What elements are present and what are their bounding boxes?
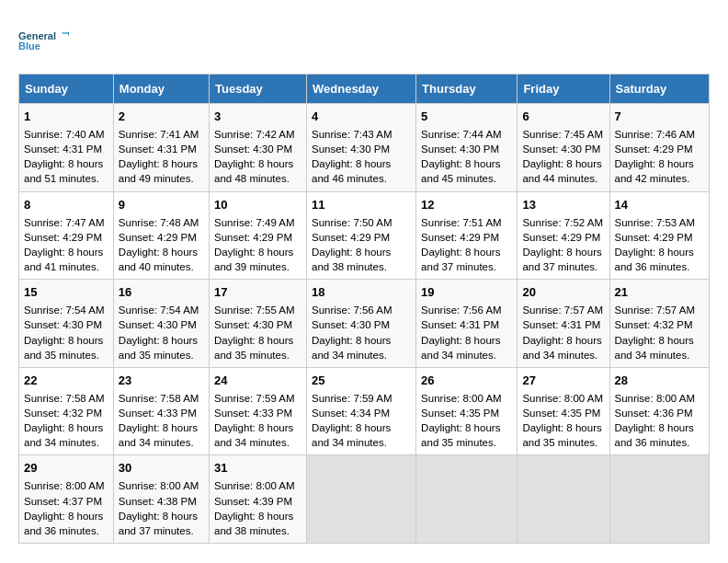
column-header-saturday: Saturday <box>609 75 710 104</box>
calendar-cell: 4 Sunrise: 7:43 AM Sunset: 4:30 PM Dayli… <box>307 104 416 192</box>
daylight: Daylight: 8 hours and 37 minutes. <box>522 247 601 272</box>
sunrise: Sunrise: 7:58 AM <box>119 393 199 404</box>
sunset: Sunset: 4:34 PM <box>312 408 390 419</box>
sunset: Sunset: 4:29 PM <box>312 232 390 243</box>
day-number: 7 <box>615 109 705 125</box>
daylight: Daylight: 8 hours and 45 minutes. <box>421 158 500 184</box>
sunset: Sunset: 4:30 PM <box>312 319 390 330</box>
daylight: Daylight: 8 hours and 40 minutes. <box>119 247 198 272</box>
sunset: Sunset: 4:38 PM <box>119 496 197 507</box>
daylight: Daylight: 8 hours and 44 minutes. <box>522 158 601 184</box>
calendar-cell: 24 Sunrise: 7:59 AM Sunset: 4:33 PM Dayl… <box>210 367 307 455</box>
calendar-cell: 23 Sunrise: 7:58 AM Sunset: 4:33 PM Dayl… <box>113 367 209 455</box>
sunset: Sunset: 4:29 PM <box>24 232 102 243</box>
daylight: Daylight: 8 hours and 34 minutes. <box>522 335 601 361</box>
sunset: Sunset: 4:29 PM <box>421 232 499 243</box>
sunset: Sunset: 4:31 PM <box>119 144 197 155</box>
sunrise: Sunrise: 7:47 AM <box>24 217 105 228</box>
sunset: Sunset: 4:31 PM <box>24 144 102 155</box>
calendar-cell: 13 Sunrise: 7:52 AM Sunset: 4:29 PM Dayl… <box>518 191 609 280</box>
calendar-cell: 11 Sunrise: 7:50 AM Sunset: 4:29 PM Dayl… <box>307 191 416 280</box>
sunrise: Sunrise: 7:52 AM <box>522 217 603 228</box>
sunset: Sunset: 4:32 PM <box>24 408 102 419</box>
daylight: Daylight: 8 hours and 46 minutes. <box>312 158 391 184</box>
sunset: Sunset: 4:37 PM <box>24 496 102 507</box>
calendar-cell <box>416 455 518 544</box>
daylight: Daylight: 8 hours and 36 minutes. <box>615 422 694 448</box>
daylight: Daylight: 8 hours and 34 minutes. <box>421 335 500 361</box>
daylight: Daylight: 8 hours and 34 minutes. <box>24 422 103 448</box>
calendar-cell <box>307 455 416 544</box>
sunset: Sunset: 4:33 PM <box>214 408 292 419</box>
calendar-cell: 31 Sunrise: 8:00 AM Sunset: 4:39 PM Dayl… <box>210 455 307 544</box>
day-number: 3 <box>214 109 301 125</box>
daylight: Daylight: 8 hours and 38 minutes. <box>312 247 391 272</box>
day-number: 26 <box>421 373 512 389</box>
calendar-cell: 15 Sunrise: 7:54 AM Sunset: 4:30 PM Dayl… <box>19 280 114 368</box>
daylight: Daylight: 8 hours and 37 minutes. <box>119 511 198 536</box>
column-header-friday: Friday <box>518 75 609 104</box>
svg-marker-2 <box>68 31 69 37</box>
sunrise: Sunrise: 8:00 AM <box>421 393 502 404</box>
day-number: 30 <box>119 460 204 477</box>
calendar-cell: 5 Sunrise: 7:44 AM Sunset: 4:30 PM Dayli… <box>416 104 518 192</box>
day-number: 4 <box>312 109 411 125</box>
daylight: Daylight: 8 hours and 35 minutes. <box>119 335 198 361</box>
daylight: Daylight: 8 hours and 49 minutes. <box>119 158 198 184</box>
daylight: Daylight: 8 hours and 51 minutes. <box>24 158 103 184</box>
day-number: 23 <box>119 373 204 389</box>
sunset: Sunset: 4:31 PM <box>522 319 600 330</box>
sunrise: Sunrise: 7:59 AM <box>214 393 295 404</box>
sunset: Sunset: 4:33 PM <box>119 408 197 419</box>
calendar-cell: 18 Sunrise: 7:56 AM Sunset: 4:30 PM Dayl… <box>307 280 416 368</box>
sunrise: Sunrise: 7:45 AM <box>522 129 603 140</box>
calendar-cell: 22 Sunrise: 7:58 AM Sunset: 4:32 PM Dayl… <box>19 367 114 455</box>
day-number: 15 <box>24 284 108 301</box>
sunset: Sunset: 4:30 PM <box>214 319 292 330</box>
sunrise: Sunrise: 7:55 AM <box>214 304 295 316</box>
sunset: Sunset: 4:30 PM <box>522 144 600 155</box>
daylight: Daylight: 8 hours and 35 minutes. <box>421 422 500 448</box>
day-number: 19 <box>421 284 512 301</box>
daylight: Daylight: 8 hours and 42 minutes. <box>615 158 694 184</box>
daylight: Daylight: 8 hours and 35 minutes. <box>24 335 103 361</box>
day-number: 11 <box>312 197 411 213</box>
column-header-thursday: Thursday <box>416 75 518 104</box>
sunrise: Sunrise: 7:41 AM <box>119 129 199 140</box>
sunrise: Sunrise: 7:46 AM <box>615 129 696 140</box>
day-number: 20 <box>522 284 604 301</box>
sunset: Sunset: 4:29 PM <box>522 232 600 243</box>
calendar-cell <box>609 455 710 544</box>
calendar-cell: 21 Sunrise: 7:57 AM Sunset: 4:32 PM Dayl… <box>609 280 710 368</box>
calendar-cell: 25 Sunrise: 7:59 AM Sunset: 4:34 PM Dayl… <box>307 367 416 455</box>
sunrise: Sunrise: 7:59 AM <box>312 393 392 404</box>
sunrise: Sunrise: 8:00 AM <box>24 480 105 491</box>
day-number: 27 <box>522 373 604 389</box>
column-header-sunday: Sunday <box>19 75 114 104</box>
day-number: 1 <box>24 109 108 125</box>
calendar-cell: 27 Sunrise: 8:00 AM Sunset: 4:35 PM Dayl… <box>518 367 609 455</box>
day-number: 5 <box>421 109 512 125</box>
calendar-cell: 2 Sunrise: 7:41 AM Sunset: 4:31 PM Dayli… <box>113 104 209 192</box>
sunrise: Sunrise: 7:50 AM <box>312 217 392 228</box>
sunrise: Sunrise: 7:43 AM <box>312 129 392 140</box>
sunrise: Sunrise: 7:40 AM <box>24 129 105 140</box>
sunrise: Sunrise: 8:00 AM <box>522 393 603 404</box>
sunrise: Sunrise: 7:48 AM <box>119 217 199 228</box>
logo: General Blue <box>18 18 69 64</box>
calendar-cell: 29 Sunrise: 8:00 AM Sunset: 4:37 PM Dayl… <box>19 455 114 544</box>
sunrise: Sunrise: 7:56 AM <box>421 304 502 316</box>
daylight: Daylight: 8 hours and 39 minutes. <box>214 247 293 272</box>
calendar-cell: 26 Sunrise: 8:00 AM Sunset: 4:35 PM Dayl… <box>416 367 518 455</box>
calendar-cell: 19 Sunrise: 7:56 AM Sunset: 4:31 PM Dayl… <box>416 280 518 368</box>
day-number: 9 <box>119 197 204 213</box>
daylight: Daylight: 8 hours and 36 minutes. <box>615 247 694 272</box>
sunrise: Sunrise: 7:51 AM <box>421 217 502 228</box>
daylight: Daylight: 8 hours and 34 minutes. <box>312 422 391 448</box>
column-header-tuesday: Tuesday <box>210 75 307 104</box>
sunrise: Sunrise: 7:53 AM <box>615 217 696 228</box>
sunset: Sunset: 4:39 PM <box>214 496 292 507</box>
calendar-cell <box>518 455 609 544</box>
sunset: Sunset: 4:30 PM <box>119 319 197 330</box>
column-header-monday: Monday <box>113 75 209 104</box>
